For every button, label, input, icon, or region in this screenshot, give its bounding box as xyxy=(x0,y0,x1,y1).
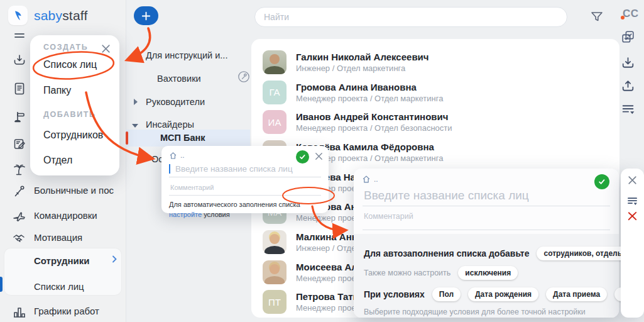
employee-name: Громова Алина Ивановна xyxy=(296,82,443,92)
close-icon[interactable] xyxy=(627,175,638,186)
tasks-check-icon[interactable] xyxy=(620,29,636,45)
tree-node-vahtoviki[interactable]: Вахтовики xyxy=(157,74,201,84)
tree-node-msp-bank-selected[interactable]: МСП Банк xyxy=(126,130,250,147)
confirm-check-button[interactable] xyxy=(296,150,309,164)
home-icon[interactable] xyxy=(362,175,371,184)
breadcrumb[interactable]: .. xyxy=(180,151,185,160)
avatar: ПТ xyxy=(263,290,287,314)
condition-pill-hiredate[interactable]: Дата приема xyxy=(546,287,607,301)
wrench-settings-icon[interactable] xyxy=(237,70,251,84)
avatar xyxy=(263,230,287,254)
add-menu-title: ДОБАВИТЬ xyxy=(43,110,96,119)
create-list-dialog-small: .. Для автоматического заполнения списка… xyxy=(161,146,329,213)
tree-node-instructions[interactable]: Для инструкций и... xyxy=(132,50,227,60)
gavel-icon[interactable] xyxy=(12,109,27,125)
create-menu-popup: СОЗДАТЬ Список лиц Папку ДОБАВИТЬ Сотруд… xyxy=(30,35,119,175)
download-icon[interactable] xyxy=(620,55,636,71)
list-name-input[interactable] xyxy=(174,164,321,174)
delete-red-x-icon[interactable] xyxy=(626,210,638,222)
exclusions-pill[interactable]: исключения xyxy=(458,266,518,280)
menu-item-add-employees[interactable]: Сотрудников xyxy=(43,130,103,141)
handshake-icon[interactable] xyxy=(12,231,27,246)
brand-saby: saby xyxy=(34,8,62,23)
upload-icon[interactable] xyxy=(620,79,636,94)
sidebar-item-person-lists[interactable]: Списки лиц xyxy=(34,281,123,292)
thermometer-icon[interactable] xyxy=(12,184,27,199)
employee-name: Галкин Николай Алексеевич xyxy=(296,52,429,62)
avatar xyxy=(263,260,287,284)
sidebar-item-sick-leave[interactable]: Больничные и пос xyxy=(34,185,123,196)
bar-chart-icon[interactable] xyxy=(12,304,27,319)
sidebar-item-business-trips[interactable]: Командировки xyxy=(34,210,123,221)
condition-pill-birthdate[interactable]: Дата рождения xyxy=(468,287,538,301)
dialog-side-rail xyxy=(621,169,644,318)
menu-item-add-department[interactable]: Отдел xyxy=(43,155,72,166)
employee-role: Менеджер проекта / Отдел маркетинга xyxy=(296,94,443,103)
avatar: ИА xyxy=(263,110,287,134)
list-item[interactable]: ИА Иванов Андрей Константинович Менеджер… xyxy=(251,107,619,137)
brand-wordmark: sabystaff xyxy=(34,8,87,23)
autofill-settings-section: Для автозаполнения списка добавьте сотру… xyxy=(354,234,619,318)
create-menu-title: СОЗДАТЬ xyxy=(43,43,88,52)
chevron-right-icon[interactable] xyxy=(109,254,119,264)
status-dot xyxy=(621,16,625,19)
saby-staff-app: sabystaff xyxy=(0,0,644,322)
inbox-tray-icon[interactable] xyxy=(12,53,27,68)
list-item[interactable]: Галкин Николай Алексеевич Инженер / Отде… xyxy=(251,47,619,77)
brand-staff: staff xyxy=(62,8,87,23)
confirm-check-button[interactable] xyxy=(594,174,609,189)
selected-indicator xyxy=(126,131,128,145)
tree-expand-icon[interactable] xyxy=(132,55,138,58)
employee-role: Менеджер проекта / Отдел безопасности xyxy=(296,123,452,133)
employee-role: Инженер / Отдел маркетинга xyxy=(296,64,429,73)
avatar xyxy=(263,50,287,74)
employee-name: Иванов Андрей Константинович xyxy=(296,111,452,122)
conditions-hint: Выберите подходящие условия для более то… xyxy=(364,308,609,316)
search-input[interactable] xyxy=(255,8,584,26)
comment-input[interactable] xyxy=(169,183,324,192)
conditions-label: При условиях xyxy=(364,289,425,299)
list-name-input[interactable] xyxy=(363,188,613,206)
tree-collapse-icon[interactable] xyxy=(134,99,138,105)
tree-collapse-icon[interactable] xyxy=(141,156,145,162)
list-filter-icon[interactable] xyxy=(626,194,639,208)
menu-item-create-person-list[interactable]: Список лиц xyxy=(43,59,97,70)
document-icon[interactable] xyxy=(12,81,27,96)
search-bar xyxy=(254,7,567,27)
tree-expand-icon[interactable] xyxy=(132,124,138,128)
close-icon[interactable] xyxy=(101,43,111,54)
condition-pill-gender[interactable]: Пол xyxy=(432,287,461,301)
menu-item-create-folder[interactable]: Папку xyxy=(43,85,71,96)
comment-input[interactable] xyxy=(363,211,613,230)
list-filter-icon[interactable] xyxy=(620,101,636,117)
text-cursor xyxy=(169,164,170,174)
airplane-icon[interactable] xyxy=(12,209,27,224)
home-icon[interactable] xyxy=(169,152,177,160)
user-badge[interactable]: СС xyxy=(623,8,639,20)
sidebar-item-work-schedules[interactable]: Графики работ xyxy=(34,306,123,316)
filter-funnel-icon[interactable] xyxy=(589,9,604,25)
palm-tree-icon[interactable] xyxy=(12,162,27,177)
configure-link[interactable]: настройте xyxy=(169,211,202,218)
create-list-dialog-large: .. Для автозаполнения списка добавьте со… xyxy=(354,169,619,318)
tree-node-insaidery[interactable]: Инсайдеры xyxy=(132,119,194,130)
tree-node-rukovoditeli[interactable]: Руководители xyxy=(134,97,205,107)
avatar: ГА xyxy=(263,80,287,104)
sidebar-item-motivation[interactable]: Мотивация xyxy=(34,232,123,243)
hamburger-menu-icon[interactable] xyxy=(12,29,27,44)
autofill-label: Для автозаполнения списка добавьте xyxy=(364,248,529,258)
notepad-edit-icon[interactable] xyxy=(12,136,27,152)
close-icon[interactable] xyxy=(314,152,324,161)
saby-logo-icon[interactable] xyxy=(8,6,28,25)
add-button[interactable] xyxy=(134,6,158,25)
list-item[interactable]: ГА Громова Алина Ивановна Менеджер проек… xyxy=(251,77,619,108)
autofill-hint: Для автоматического заполнения списка на… xyxy=(169,200,324,219)
breadcrumb[interactable]: .. xyxy=(374,175,378,184)
active-item-indicator xyxy=(0,277,3,292)
also-configure-label: Также можно настроить xyxy=(364,269,450,277)
